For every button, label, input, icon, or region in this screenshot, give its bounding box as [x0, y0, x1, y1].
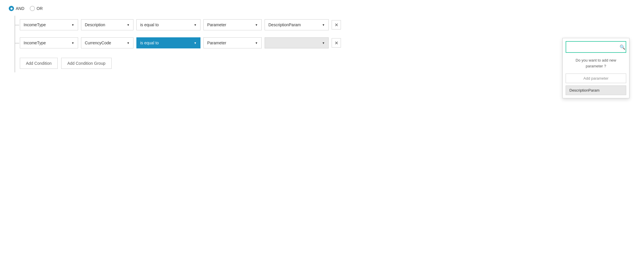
condition1-close-button[interactable]: ✕	[332, 20, 341, 29]
condition1-field-value: Description	[85, 22, 105, 27]
condition1-operator-dropdown[interactable]: is equal to ▼	[136, 19, 200, 30]
param-dropdown-popup: 🔍 Do you want to add new parameter ? Add…	[562, 38, 629, 98]
condition1-param-value-dropdown[interactable]: DescriptionParam ▼	[265, 19, 329, 30]
search-icon: 🔍	[620, 44, 625, 50]
or-label: OR	[37, 6, 43, 11]
condition2-income-type-value: IncomeType	[24, 41, 46, 45]
condition1-param-type-dropdown[interactable]: Parameter ▼	[203, 19, 262, 30]
param-search-box: 🔍	[566, 41, 626, 53]
condition2-field-value: CurrencyCode	[85, 41, 111, 45]
conditions-area: IncomeType ▼ Description ▼ is equal to ▼…	[15, 16, 635, 72]
condition1-operator-arrow: ▼	[194, 23, 197, 27]
condition2-param-value-dropdown[interactable]: ▼	[265, 37, 329, 48]
add-param-prompt: Do you want to add new parameter ?	[566, 56, 626, 70]
condition1-income-type-value: IncomeType	[24, 22, 46, 27]
condition1-param-type-arrow: ▼	[255, 23, 258, 27]
condition2-param-type-dropdown[interactable]: Parameter ▼	[203, 37, 262, 48]
condition1-param-value-arrow: ▼	[322, 23, 325, 27]
or-radio[interactable]	[30, 6, 35, 11]
and-option[interactable]: AND	[9, 6, 24, 11]
and-radio[interactable]	[9, 6, 14, 11]
condition1-field-arrow: ▼	[127, 23, 130, 27]
condition2-field-dropdown[interactable]: CurrencyCode ▼	[81, 37, 133, 48]
condition2-close-button[interactable]: ✕	[332, 38, 341, 48]
condition2-param-value-arrow: ▼	[322, 41, 325, 45]
page-container: AND OR IncomeType ▼ Description ▼ is equ…	[0, 0, 644, 264]
condition2-param-type-arrow: ▼	[255, 41, 258, 45]
logic-toggle: AND OR	[9, 6, 635, 11]
condition1-income-type-dropdown[interactable]: IncomeType ▼	[20, 19, 78, 30]
add-condition-group-button[interactable]: Add Condition Group	[61, 58, 112, 69]
or-option[interactable]: OR	[30, 6, 43, 11]
param-option-description[interactable]: DescriptionParam	[566, 85, 626, 95]
condition2-close-icon: ✕	[335, 40, 338, 46]
condition1-field-dropdown[interactable]: Description ▼	[81, 19, 133, 30]
condition2-param-type-value: Parameter	[207, 41, 226, 45]
condition-row-1: IncomeType ▼ Description ▼ is equal to ▼…	[20, 16, 635, 34]
condition2-income-type-dropdown[interactable]: IncomeType ▼	[20, 37, 78, 48]
param-search-input[interactable]	[569, 43, 620, 51]
condition2-operator-value: is equal to	[140, 41, 159, 45]
condition1-operator-value: is equal to	[140, 22, 159, 27]
condition2-income-type-arrow: ▼	[71, 41, 74, 45]
add-condition-button[interactable]: Add Condition	[20, 58, 58, 69]
condition1-income-type-arrow: ▼	[71, 23, 74, 27]
condition2-operator-arrow: ▼	[194, 41, 197, 45]
condition2-field-arrow: ▼	[127, 41, 130, 45]
condition-row-2: IncomeType ▼ CurrencyCode ▼ is equal to …	[20, 34, 635, 52]
condition1-param-value-text: DescriptionParam	[268, 22, 301, 27]
condition2-operator-dropdown[interactable]: is equal to ▼	[136, 37, 200, 48]
and-label: AND	[16, 6, 24, 11]
add-param-button[interactable]: Add parameter	[566, 74, 626, 83]
condition1-param-type-value: Parameter	[207, 22, 226, 27]
actions-row: Add Condition Add Condition Group	[20, 54, 635, 72]
condition1-close-icon: ✕	[335, 22, 338, 28]
